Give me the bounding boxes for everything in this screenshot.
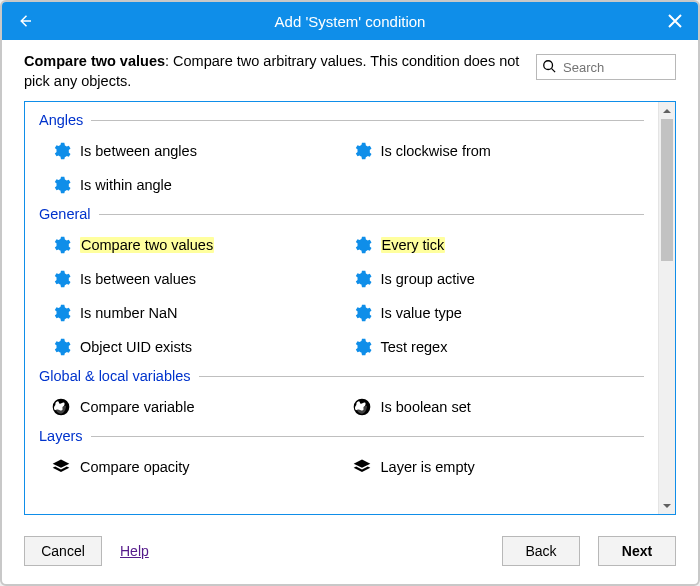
close-button[interactable] [652, 2, 698, 40]
category-angles: AnglesIs between anglesIs clockwise from… [39, 112, 644, 202]
divider-line [99, 214, 644, 215]
gear-icon [51, 235, 71, 255]
category-label: Angles [39, 112, 83, 128]
condition-item[interactable]: Compare opacity [51, 450, 344, 484]
scrollbar[interactable] [658, 102, 675, 514]
category-header[interactable]: Layers [39, 428, 644, 444]
titlebar: Add 'System' condition [2, 2, 698, 40]
condition-label: Is value type [381, 305, 462, 321]
globe-icon [51, 397, 71, 417]
condition-label: Layer is empty [381, 459, 475, 475]
layer-icon [352, 457, 372, 477]
category-label: Global & local variables [39, 368, 191, 384]
condition-name-bold: Compare two values [24, 53, 165, 69]
condition-item[interactable]: Is value type [352, 296, 645, 330]
condition-label: Compare variable [80, 399, 194, 415]
condition-label: Is within angle [80, 177, 172, 193]
help-link[interactable]: Help [120, 543, 149, 559]
condition-item[interactable]: Every tick [352, 228, 645, 262]
condition-item[interactable]: Object UID exists [51, 330, 344, 364]
category-items: Compare variableIs boolean set [39, 390, 644, 424]
condition-item[interactable]: Compare variable [51, 390, 344, 424]
dialog-title: Add 'System' condition [2, 13, 698, 30]
condition-label: Every tick [381, 237, 446, 253]
gear-icon [51, 337, 71, 357]
category-global-local-variables: Global & local variablesCompare variable… [39, 368, 644, 424]
divider-line [91, 120, 644, 121]
next-button[interactable]: Next [598, 536, 676, 566]
back-arrow-button[interactable] [2, 2, 48, 40]
category-general: GeneralCompare two valuesEvery tickIs be… [39, 206, 644, 364]
condition-label: Compare opacity [80, 459, 190, 475]
category-label: Layers [39, 428, 83, 444]
category-items: Is between anglesIs clockwise fromIs wit… [39, 134, 644, 202]
condition-item[interactable]: Compare two values [51, 228, 344, 262]
search-icon [542, 59, 556, 73]
arrow-left-icon [16, 12, 34, 30]
condition-item[interactable]: Is between angles [51, 134, 344, 168]
dialog-window: Add 'System' condition Compare two value… [0, 0, 700, 586]
category-header[interactable]: General [39, 206, 644, 222]
divider-line [91, 436, 644, 437]
condition-item[interactable]: Is group active [352, 262, 645, 296]
divider-line [199, 376, 644, 377]
condition-item[interactable]: Is boolean set [352, 390, 645, 424]
category-items: Compare opacityLayer is empty [39, 450, 644, 484]
scroll-down-button[interactable] [659, 497, 675, 514]
condition-label: Is between values [80, 271, 196, 287]
category-items: Compare two valuesEvery tickIs between v… [39, 228, 644, 364]
gear-icon [51, 303, 71, 323]
condition-item[interactable]: Is between values [51, 262, 344, 296]
gear-icon [352, 269, 372, 289]
header-row: Compare two values: Compare two arbitrar… [2, 40, 698, 97]
gear-icon [51, 175, 71, 195]
condition-label: Is number NaN [80, 305, 178, 321]
condition-label: Is clockwise from [381, 143, 491, 159]
category-header[interactable]: Global & local variables [39, 368, 644, 384]
condition-item[interactable]: Is number NaN [51, 296, 344, 330]
category-header[interactable]: Angles [39, 112, 644, 128]
close-icon [668, 14, 682, 28]
category-layers: LayersCompare opacityLayer is empty [39, 428, 644, 484]
condition-label: Test regex [381, 339, 448, 355]
condition-label: Is group active [381, 271, 475, 287]
chevron-up-icon [663, 107, 671, 115]
scrollbar-thumb[interactable] [661, 119, 673, 261]
gear-icon [51, 269, 71, 289]
gear-icon [352, 141, 372, 161]
footer: Cancel Help Back Next [2, 524, 698, 584]
condition-label: Compare two values [80, 237, 214, 253]
back-button[interactable]: Back [502, 536, 580, 566]
search-input[interactable] [536, 54, 676, 80]
condition-item[interactable]: Is within angle [51, 168, 344, 202]
condition-label: Object UID exists [80, 339, 192, 355]
condition-item[interactable]: Layer is empty [352, 450, 645, 484]
gear-icon [352, 337, 372, 357]
scroll-up-button[interactable] [659, 102, 675, 119]
condition-list-container: AnglesIs between anglesIs clockwise from… [24, 101, 676, 515]
layer-icon [51, 457, 71, 477]
condition-label: Is between angles [80, 143, 197, 159]
gear-icon [352, 303, 372, 323]
chevron-down-icon [663, 502, 671, 510]
search-wrap [536, 54, 676, 80]
cancel-button[interactable]: Cancel [24, 536, 102, 566]
condition-label: Is boolean set [381, 399, 471, 415]
svg-point-0 [544, 61, 553, 70]
category-label: General [39, 206, 91, 222]
condition-description: Compare two values: Compare two arbitrar… [24, 52, 520, 91]
condition-item[interactable]: Test regex [352, 330, 645, 364]
condition-item[interactable]: Is clockwise from [352, 134, 645, 168]
globe-icon [352, 397, 372, 417]
condition-list: AnglesIs between anglesIs clockwise from… [25, 102, 658, 514]
svg-line-1 [552, 69, 556, 73]
gear-icon [352, 235, 372, 255]
gear-icon [51, 141, 71, 161]
